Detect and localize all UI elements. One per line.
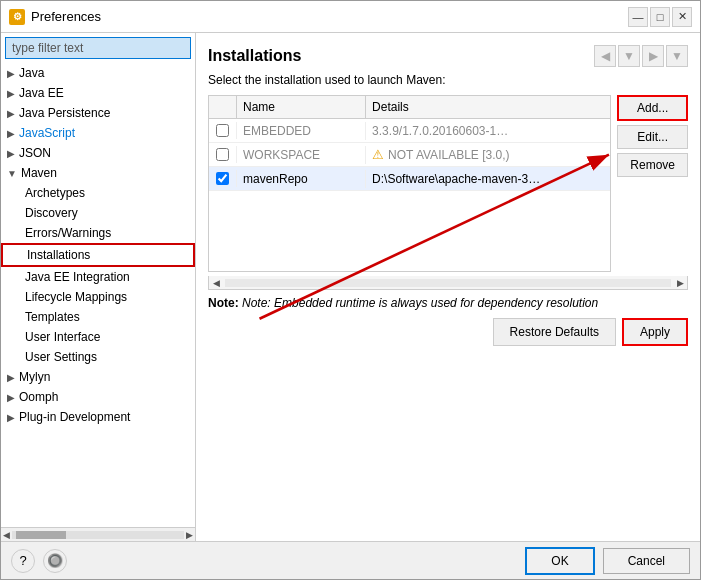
th-name: Name — [237, 96, 366, 118]
nav-back-dropdown[interactable]: ▼ — [618, 45, 640, 67]
sidebar-scroll: ▶ Java ▶ Java EE ▶ Java Persistence ▶ Ja… — [1, 63, 195, 527]
scroll-track — [12, 531, 184, 539]
nav-back-button[interactable]: ◀ — [594, 45, 616, 67]
table-scrollbar-h[interactable]: ◀ ▶ — [208, 276, 688, 290]
sidebar-item-java-ee-integration[interactable]: Java EE Integration — [1, 267, 195, 287]
sidebar-item-archetypes[interactable]: Archetypes — [1, 183, 195, 203]
footer: ? 🔘 OK Cancel — [1, 541, 700, 579]
row-details-workspace: ⚠ NOT AVAILABLE [3.0,) — [366, 145, 610, 164]
row-details-embedded: 3.3.9/1.7.0.20160603-1… — [366, 122, 610, 140]
sidebar-item-plugin-development[interactable]: ▶ Plug-in Development — [1, 407, 195, 427]
nav-buttons: ◀ ▼ ▶ ▼ — [594, 45, 688, 67]
sidebar-item-user-settings[interactable]: User Settings — [1, 347, 195, 367]
row-checkbox-workspace[interactable] — [209, 146, 237, 163]
row-name-embedded: EMBEDDED — [237, 122, 366, 140]
sidebar-item-java[interactable]: ▶ Java — [1, 63, 195, 83]
row-name-workspace: WORKSPACE — [237, 146, 366, 164]
nav-forward-button[interactable]: ▶ — [642, 45, 664, 67]
sidebar-item-lifecycle-mappings[interactable]: Lifecycle Mappings — [1, 287, 195, 307]
restore-defaults-button[interactable]: Restore Defaults — [493, 318, 616, 346]
content-area: ▶ Java ▶ Java EE ▶ Java Persistence ▶ Ja… — [1, 33, 700, 541]
remove-button[interactable]: Remove — [617, 153, 688, 177]
sidebar-item-json[interactable]: ▶ JSON — [1, 143, 195, 163]
arrow-icon: ▶ — [7, 412, 15, 423]
sidebar-item-installations[interactable]: Installations — [1, 243, 195, 267]
arrow-icon: ▶ — [7, 68, 15, 79]
table-row[interactable]: mavenRepo D:\Software\apache-maven-3… — [209, 167, 610, 191]
main-title: Installations — [208, 47, 301, 65]
arrow-icon: ▶ — [7, 372, 15, 383]
window-controls: — □ ✕ — [628, 7, 692, 27]
warning-icon: ⚠ — [372, 147, 384, 162]
sidebar-item-user-interface[interactable]: User Interface — [1, 327, 195, 347]
checkbox-mavenrepo[interactable] — [216, 172, 229, 185]
table-empty-space — [209, 191, 610, 271]
row-details-mavenrepo: D:\Software\apache-maven-3… — [366, 170, 610, 188]
sidebar-item-java-ee[interactable]: ▶ Java EE — [1, 83, 195, 103]
checkbox-workspace[interactable] — [216, 148, 229, 161]
row-name-mavenrepo: mavenRepo — [237, 170, 366, 188]
th-details: Details — [366, 96, 610, 118]
sidebar-scrollbar-x[interactable]: ◀ ▶ — [1, 527, 195, 541]
close-button[interactable]: ✕ — [672, 7, 692, 27]
sidebar-item-oomph[interactable]: ▶ Oomph — [1, 387, 195, 407]
sidebar-item-mylyn[interactable]: ▶ Mylyn — [1, 367, 195, 387]
checkbox-embedded[interactable] — [216, 124, 229, 137]
subtitle: Select the installation used to launch M… — [208, 73, 688, 87]
scroll-left-arrow[interactable]: ◀ — [209, 276, 223, 290]
maximize-button[interactable]: □ — [650, 7, 670, 27]
scroll-left-icon[interactable]: ◀ — [3, 530, 10, 540]
sidebar-item-maven[interactable]: ▼ Maven — [1, 163, 195, 183]
help-button[interactable]: ? — [11, 549, 35, 573]
filter-input[interactable] — [5, 37, 191, 59]
main-header: Installations ◀ ▼ ▶ ▼ — [208, 45, 688, 67]
sidebar-item-javascript[interactable]: ▶ JavaScript — [1, 123, 195, 143]
note-text: Note: Note: Embedded runtime is always u… — [208, 296, 688, 310]
bottom-buttons: Restore Defaults Apply — [208, 318, 688, 346]
sidebar-item-discovery[interactable]: Discovery — [1, 203, 195, 223]
edit-button[interactable]: Edit... — [617, 125, 688, 149]
table-row[interactable]: EMBEDDED 3.3.9/1.7.0.20160603-1… — [209, 119, 610, 143]
title-bar: ⚙ Preferences — □ ✕ — [1, 1, 700, 33]
table-area: Name Details EMBEDDED 3.3.9/1.7.0.201606… — [208, 95, 688, 272]
info-button[interactable]: 🔘 — [43, 549, 67, 573]
add-button[interactable]: Add... — [617, 95, 688, 121]
arrow-icon: ▼ — [7, 168, 17, 179]
scroll-track — [225, 279, 671, 287]
installations-table: Name Details EMBEDDED 3.3.9/1.7.0.201606… — [208, 95, 611, 272]
minimize-button[interactable]: — — [628, 7, 648, 27]
table-row[interactable]: WORKSPACE ⚠ NOT AVAILABLE [3.0,) — [209, 143, 610, 167]
arrow-icon: ▶ — [7, 148, 15, 159]
row-checkbox-mavenrepo[interactable] — [209, 170, 237, 187]
window-title: Preferences — [31, 9, 628, 24]
sidebar: ▶ Java ▶ Java EE ▶ Java Persistence ▶ Ja… — [1, 33, 196, 541]
sidebar-item-errors-warnings[interactable]: Errors/Warnings — [1, 223, 195, 243]
scroll-thumb — [16, 531, 66, 539]
row-checkbox-embedded[interactable] — [209, 122, 237, 139]
table-header: Name Details — [209, 96, 610, 119]
scroll-right-arrow[interactable]: ▶ — [673, 276, 687, 290]
scroll-right-icon[interactable]: ▶ — [186, 530, 193, 540]
apply-button[interactable]: Apply — [622, 318, 688, 346]
th-checkbox — [209, 96, 237, 118]
arrow-icon: ▶ — [7, 108, 15, 119]
arrow-icon: ▶ — [7, 88, 15, 99]
app-icon: ⚙ — [9, 9, 25, 25]
arrow-icon: ▶ — [7, 392, 15, 403]
arrow-icon: ▶ — [7, 128, 15, 139]
nav-forward-dropdown[interactable]: ▼ — [666, 45, 688, 67]
ok-button[interactable]: OK — [525, 547, 594, 575]
main-panel: Installations ◀ ▼ ▶ ▼ Select the install… — [196, 33, 700, 541]
sidebar-item-java-persistence[interactable]: ▶ Java Persistence — [1, 103, 195, 123]
preferences-window: ⚙ Preferences — □ ✕ ▶ Java ▶ Java EE — [0, 0, 701, 580]
table-buttons: Add... Edit... Remove — [617, 95, 688, 272]
sidebar-item-templates[interactable]: Templates — [1, 307, 195, 327]
cancel-button[interactable]: Cancel — [603, 548, 690, 574]
